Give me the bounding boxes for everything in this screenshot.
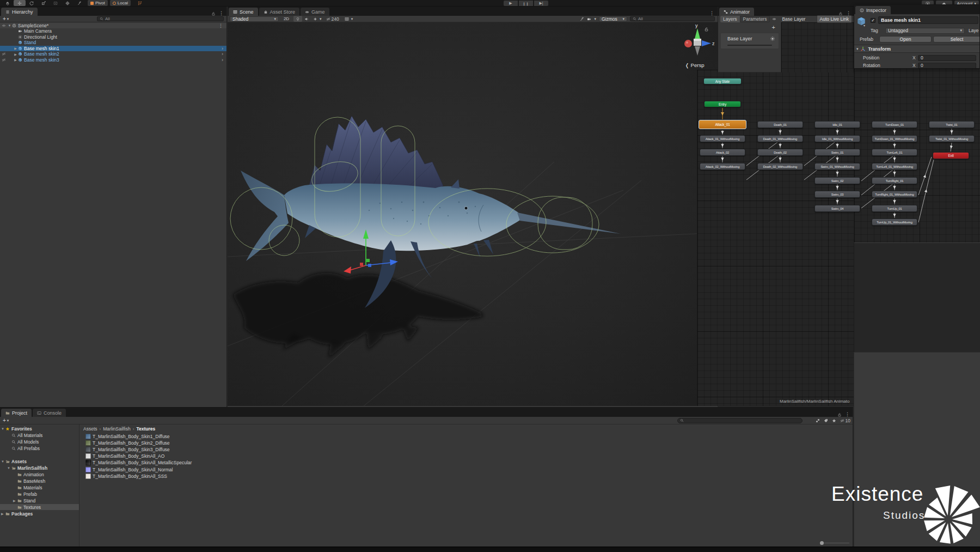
custom-tool[interactable] (74, 0, 85, 6)
step-button[interactable]: ▶| (534, 1, 548, 6)
x-axis-ball[interactable] (684, 40, 692, 47)
hierarchy-item-stand[interactable]: Stand (0, 40, 226, 46)
hierarchy-item-samplescene-[interactable]: ▼SampleScene*⋮ (0, 23, 226, 29)
file-item-t_marlinsailfish_body_skin3_diffuse[interactable]: T_MarlinSailfish_Body_Skin3_Diffuse (85, 446, 853, 452)
layer-weight-slider[interactable] (727, 45, 772, 46)
tab-asset-store[interactable]: Asset Store (259, 8, 300, 16)
animator-state-entry[interactable]: Entry (704, 101, 741, 107)
thumbnail-size-slider[interactable] (817, 541, 849, 544)
eye-icon[interactable] (0, 23, 7, 28)
animator-state-death-02-withoutmoving[interactable]: Death_02_WithoutMoving (757, 163, 803, 170)
animator-state-attack-02-withoutmoving[interactable]: Attack_02_WithoutMoving (700, 163, 745, 170)
scene-visibility-toggle[interactable]: 240 (326, 16, 339, 22)
animator-state-turnright-01[interactable]: TurnRight_01 (872, 177, 917, 184)
filter-by-label-icon[interactable] (824, 418, 828, 423)
eye-slash-icon[interactable] (0, 52, 7, 56)
effects-dropdown-icon[interactable]: ▾ (320, 17, 322, 21)
animator-state-death-02[interactable]: Death_02 (757, 149, 803, 156)
expander-arrow-icon[interactable]: ▶ (13, 58, 18, 62)
move-tool[interactable] (14, 0, 26, 6)
project-tree-item-animation[interactable]: Animation (0, 471, 79, 477)
y-axis-cone[interactable] (695, 28, 700, 39)
hand-tool[interactable] (2, 0, 14, 6)
rotate-tool[interactable] (26, 0, 38, 6)
hierarchy-item-directional-light[interactable]: Directional Light (0, 34, 226, 40)
hierarchy-item-base-mesh-skin2[interactable]: ▶Base mesh skin2› (0, 51, 226, 57)
tab-console[interactable]: Console (33, 409, 66, 417)
active-checkbox[interactable]: ✓ (871, 18, 875, 23)
tab-game[interactable]: Game (301, 8, 329, 16)
tab-hierarchy[interactable]: Hierarchy (1, 8, 38, 16)
marlin-model[interactable] (241, 116, 621, 308)
project-tree-item-assets[interactable]: ▼Assets (0, 458, 79, 464)
prefab-chevron-icon[interactable]: › (222, 57, 223, 63)
expander-arrow-icon[interactable]: ▼ (7, 24, 12, 27)
project-tree-item-stand[interactable]: ▶Stand (0, 498, 79, 504)
hierarchy-item-main-camera[interactable]: Main Camera (0, 28, 226, 34)
layers-tab[interactable]: Layers (720, 16, 740, 22)
tab-scene[interactable]: Scene (229, 8, 258, 16)
file-item-t_marlinsailfish_body_skinall_ao[interactable]: T_MarlinSailfish_Body_SkinAll_AO (85, 453, 853, 459)
animator-state-idle-01[interactable]: Idle_01 (814, 121, 860, 128)
kebab-menu-icon[interactable]: ⋮ (218, 23, 223, 28)
file-item-t_marlinsailfish_body_skinall_sss[interactable]: T_MarlinSailfish_Body_SkinAll_SSS (85, 473, 853, 479)
project-tree-item-all-prefabs[interactable]: All Prefabs (0, 445, 79, 451)
expander-arrow-icon[interactable]: ▼ (1, 427, 5, 430)
favorites-star-icon[interactable] (832, 418, 836, 423)
snap-button[interactable] (134, 0, 146, 6)
lock-icon[interactable] (211, 11, 216, 16)
expander-arrow-icon[interactable]: ▶ (13, 52, 18, 56)
project-tree-item-basemesh[interactable]: BaseMesh (0, 478, 79, 484)
breadcrumb-marlinsailfish[interactable]: MarlinSailfish (103, 426, 131, 432)
animator-state-turnup-01-withoutmoving[interactable]: TurnUp_01_WithoutMoving (872, 219, 917, 226)
tag-dropdown[interactable]: Untagged▾ (885, 28, 965, 34)
transform-tool[interactable] (62, 0, 74, 6)
animator-state-turnup-01[interactable]: TurnUp_01 (872, 205, 917, 212)
auto-live-link-button[interactable]: Auto Live Link (817, 15, 852, 23)
breadcrumb[interactable]: Assets › MarlinSailfish › Textures (83, 426, 155, 432)
project-hidden-count-toggle[interactable]: 10 (840, 418, 850, 423)
pause-button[interactable]: ❙❙ (519, 1, 533, 6)
breadcrumb-textures[interactable]: Textures (136, 426, 155, 432)
expander-arrow-icon[interactable]: ▶ (13, 499, 17, 502)
create-button[interactable]: + (3, 16, 6, 22)
camera-dropdown-icon[interactable]: ▾ (594, 17, 596, 21)
create-dropdown-icon[interactable]: ▾ (7, 17, 9, 21)
project-tree-item-materials[interactable]: Materials (0, 484, 79, 490)
scene-search-input[interactable]: All (630, 16, 715, 21)
prefab-open-button[interactable]: Open (879, 36, 932, 43)
animator-state-exit[interactable]: Exit (933, 152, 969, 159)
create-button[interactable]: + (3, 417, 6, 423)
animator-state-attack-01-withoutmoving[interactable]: Attack_01_WithoutMoving (700, 135, 745, 142)
hierarchy-item-base-mesh-skin1[interactable]: ▶Base mesh skin1› (0, 46, 226, 52)
file-item-t_marlinsailfish_body_skin1_diffuse[interactable]: T_MarlinSailfish_Body_Skin1_Diffuse (85, 433, 853, 439)
prefab-select-button[interactable]: Select (933, 36, 980, 43)
animator-state-twist-01[interactable]: Twist_01 (929, 121, 975, 128)
file-item-t_marlinsailfish_body_skin2_diffuse[interactable]: T_MarlinSailfish_Body_Skin2_Diffuse (85, 440, 853, 446)
animator-state-attack-01[interactable]: Attack_01 (699, 120, 746, 129)
breadcrumb-assets[interactable]: Assets (83, 426, 97, 432)
animator-state-swim-03[interactable]: Swim_03 (814, 191, 860, 198)
unlocked-lock-icon[interactable] (705, 28, 708, 31)
animator-state-turnleft-01-withoutmoving[interactable]: TurnLeft_01_WithoutMoving (872, 163, 917, 170)
layer-breadcrumb[interactable]: Base Layer (782, 16, 805, 22)
layer-item-base-layer[interactable]: Base Layer (720, 33, 779, 49)
add-layer-button[interactable]: + (772, 24, 775, 31)
project-tree-item-prefab[interactable]: Prefab (0, 491, 79, 497)
project-tree-item-packages[interactable]: ▶Packages (0, 511, 79, 517)
animator-state-swim-01-withoutmoving[interactable]: Swim_01_WithoutMoving (814, 163, 860, 170)
project-tree-item-marlinsailfish[interactable]: ▼MarlinSailfish (0, 465, 79, 471)
position-x-field[interactable]: 0 (918, 55, 976, 61)
project-tree-item-textures[interactable]: Textures (0, 504, 79, 510)
animator-state-death-01[interactable]: Death_01 (757, 121, 803, 128)
transform-component-header[interactable]: ▾ Transform (854, 45, 979, 53)
expander-arrow-icon[interactable]: ▼ (1, 460, 5, 463)
animator-state-turnleft-01[interactable]: TurnLeft_01 (872, 149, 917, 156)
project-tree-item-all-materials[interactable]: All Materials (0, 432, 79, 438)
scene-camera-icon[interactable] (587, 17, 591, 21)
orientation-gizmo[interactable]: y z ❬ Persp (684, 23, 715, 69)
lock-icon[interactable] (837, 413, 842, 417)
z-axis-cone[interactable] (702, 40, 711, 46)
animator-state-turnright-01-withoutmoving[interactable]: TurnRight_01_WithoutMoving (872, 191, 917, 198)
gizmos-dropdown[interactable]: Gizmos▾ (599, 16, 627, 22)
